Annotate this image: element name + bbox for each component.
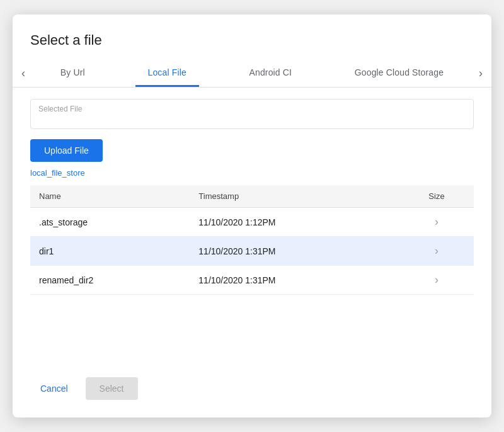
table-row[interactable]: dir1 11/10/2020 1:31PM › [30,237,474,266]
table-header-row: Name Timestamp Size [30,185,474,208]
file-timestamp: 11/10/2020 1:12PM [190,208,399,237]
file-timestamp: 11/10/2020 1:31PM [190,266,399,295]
selected-file-field: Selected File [30,99,474,129]
file-select-dialog: Select a file ‹ By Url Local File Androi… [13,14,491,418]
cancel-button[interactable]: Cancel [30,378,78,399]
tab-prev-button[interactable]: ‹ [18,62,29,85]
tab-local-file[interactable]: Local File [135,60,199,87]
file-name: renamed_dir2 [30,266,190,295]
tab-google-cloud-storage[interactable]: Google Cloud Storage [342,60,456,87]
file-table: Name Timestamp Size .ats_storage 11/10/2… [30,185,474,295]
tab-next-button[interactable]: › [475,62,486,85]
file-name: .ats_storage [30,208,190,237]
file-chevron: › [399,237,474,266]
table-row[interactable]: renamed_dir2 11/10/2020 1:31PM › [30,266,474,295]
dialog-footer: Cancel Select [13,362,491,418]
select-button[interactable]: Select [86,377,138,400]
file-name: dir1 [30,237,190,266]
col-size: Size [399,185,474,208]
dialog-title: Select a file [13,14,491,48]
file-timestamp: 11/10/2020 1:31PM [190,237,399,266]
col-name: Name [30,185,190,208]
file-chevron: › [399,208,474,237]
tab-by-url[interactable]: By Url [48,60,98,87]
tabs-container: ‹ By Url Local File Android CI Google Cl… [13,60,491,88]
breadcrumb-link[interactable]: local_file_store [30,168,474,178]
dialog-body: Selected File Upload File local_file_sto… [13,88,491,362]
tabs-list: By Url Local File Android CI Google Clou… [29,60,475,87]
col-timestamp: Timestamp [190,185,399,208]
table-row[interactable]: .ats_storage 11/10/2020 1:12PM › [30,208,474,237]
tab-android-ci[interactable]: Android CI [237,60,305,87]
upload-file-button[interactable]: Upload File [30,139,103,162]
file-chevron: › [399,266,474,295]
selected-file-label: Selected File [38,105,466,113]
